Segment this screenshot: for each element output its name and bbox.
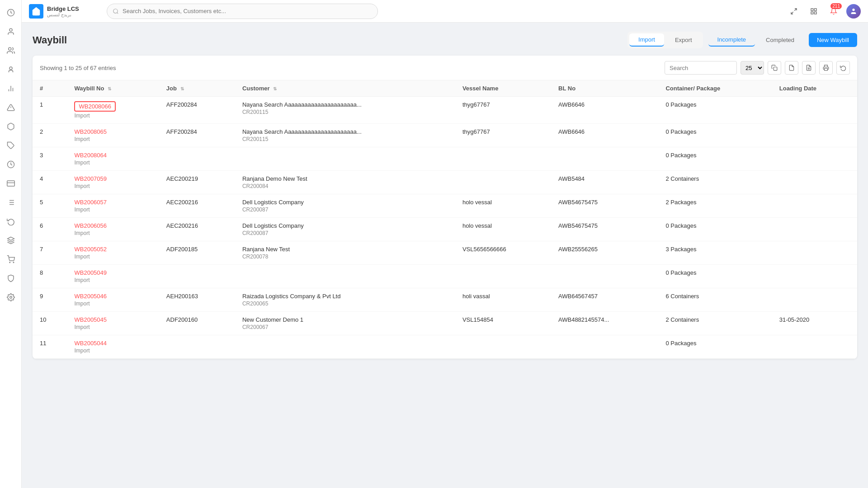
refresh-button[interactable] bbox=[836, 61, 850, 75]
table-row[interactable]: 8 WB2005049 Import 0 Packages bbox=[33, 265, 857, 288]
customer-id: CR200065 bbox=[242, 300, 448, 307]
waybill-link[interactable]: WB2008066 bbox=[79, 103, 111, 110]
cell-waybill: WB2005045 Import bbox=[67, 312, 159, 335]
svg-point-1 bbox=[9, 28, 12, 31]
tab-incomplete[interactable]: Incomplete bbox=[708, 33, 755, 47]
cell-bl: AWB5484 bbox=[551, 171, 658, 194]
table-row[interactable]: 5 WB2006057 Import AEC200216 Dell Logist… bbox=[33, 194, 857, 218]
cell-bl: AWB6646 bbox=[551, 124, 658, 147]
sidebar-item-box[interactable] bbox=[3, 118, 19, 135]
fullscreen-icon[interactable] bbox=[787, 4, 801, 19]
waybill-type: Import bbox=[74, 113, 151, 119]
excel-button[interactable] bbox=[785, 61, 798, 75]
cell-vessel bbox=[455, 265, 551, 288]
cell-waybill: WB2005049 Import bbox=[67, 265, 159, 288]
cell-container: 0 Packages bbox=[658, 147, 772, 171]
sidebar-item-users[interactable] bbox=[3, 42, 19, 59]
waybill-link[interactable]: WB2005049 bbox=[74, 269, 107, 276]
waybill-type: Import bbox=[74, 136, 151, 142]
waybill-type: Import bbox=[74, 206, 151, 213]
sidebar-item-card[interactable] bbox=[3, 175, 19, 192]
customer-id: CR200067 bbox=[242, 324, 448, 330]
app-subtitle: بريدج لنسس bbox=[47, 12, 79, 17]
waybill-link[interactable]: WB2005045 bbox=[74, 316, 107, 323]
cell-loading-date bbox=[772, 171, 857, 194]
tab-export[interactable]: Export bbox=[666, 33, 701, 47]
sidebar-item-user[interactable] bbox=[3, 23, 19, 40]
sidebar-item-person[interactable] bbox=[3, 61, 19, 78]
notification-icon[interactable]: 211 bbox=[826, 4, 841, 19]
customer-id: CR200084 bbox=[242, 183, 448, 189]
cell-loading-date bbox=[772, 147, 857, 171]
sidebar-item-alert[interactable] bbox=[3, 99, 19, 116]
waybill-link[interactable]: WB2005044 bbox=[74, 340, 107, 347]
waybill-link[interactable]: WB2005046 bbox=[74, 293, 107, 300]
new-waybill-button[interactable]: New Waybill bbox=[809, 33, 857, 47]
cell-num: 3 bbox=[33, 147, 67, 171]
cell-waybill: WB2008066 Import bbox=[67, 97, 159, 124]
tab-import[interactable]: Import bbox=[629, 33, 664, 47]
table-row[interactable]: 4 WB2007059 Import AEC200219 Ranjana Dem… bbox=[33, 171, 857, 194]
table-row[interactable]: 1 WB2008066 Import AFF200284 Nayana Sear… bbox=[33, 97, 857, 124]
cell-vessel bbox=[455, 171, 551, 194]
table-row[interactable]: 6 WB2006056 Import AEC200216 Dell Logist… bbox=[33, 218, 857, 241]
cell-vessel bbox=[455, 147, 551, 171]
waybill-link[interactable]: WB2008064 bbox=[74, 152, 107, 159]
cell-num: 8 bbox=[33, 265, 67, 288]
cell-waybill: WB2005044 Import bbox=[67, 335, 159, 359]
sidebar-item-shield[interactable] bbox=[3, 270, 19, 286]
cell-waybill: WB2005052 Import bbox=[67, 241, 159, 265]
sidebar-item-cube[interactable] bbox=[3, 232, 19, 249]
sidebar-item-refresh[interactable] bbox=[3, 213, 19, 230]
waybill-link[interactable]: WB2005052 bbox=[74, 246, 107, 253]
sidebar-item-cart[interactable] bbox=[3, 251, 19, 267]
table-row[interactable]: 2 WB2008065 Import AFF200284 Nayana Sear… bbox=[33, 124, 857, 147]
svg-line-24 bbox=[117, 12, 118, 14]
cell-num: 2 bbox=[33, 124, 67, 147]
pdf-button[interactable] bbox=[802, 61, 816, 75]
grid-icon[interactable] bbox=[807, 4, 821, 19]
sidebar-item-list[interactable] bbox=[3, 194, 19, 211]
sidebar-item-settings[interactable] bbox=[3, 289, 19, 305]
global-search-bar[interactable] bbox=[107, 4, 378, 19]
waybill-link[interactable]: WB2007059 bbox=[74, 175, 107, 182]
global-search-input[interactable] bbox=[123, 8, 372, 14]
cell-waybill: WB2007059 Import bbox=[67, 171, 159, 194]
table-row[interactable]: 7 WB2005052 Import ADF200185 Ranjana New… bbox=[33, 241, 857, 265]
tab-completed[interactable]: Completed bbox=[757, 33, 803, 47]
sidebar bbox=[0, 0, 22, 488]
copy-button[interactable] bbox=[768, 61, 781, 75]
col-vessel: Vessel Name bbox=[455, 80, 551, 97]
cell-vessel: thyg67767 bbox=[455, 97, 551, 124]
customer-name: New Customer Demo 1 bbox=[242, 316, 448, 323]
cell-customer bbox=[235, 335, 455, 359]
page-size-select[interactable]: 25 50 100 bbox=[741, 61, 764, 75]
table-row[interactable]: 11 WB2005044 Import 0 Packages bbox=[33, 335, 857, 359]
sidebar-item-clock[interactable] bbox=[3, 5, 19, 21]
sidebar-item-tag[interactable] bbox=[3, 137, 19, 154]
cell-job: AEC200216 bbox=[159, 194, 235, 218]
sidebar-item-chart[interactable] bbox=[3, 80, 19, 97]
sidebar-item-time[interactable] bbox=[3, 156, 19, 173]
customer-name: Nayana Search Aaaaaaaaaaaaaaaaaaaaaa... bbox=[242, 128, 448, 135]
cell-customer: Dell Logistics CompanyCR200087 bbox=[235, 218, 455, 241]
print-button[interactable] bbox=[819, 61, 833, 75]
waybill-type: Import bbox=[74, 230, 151, 236]
waybill-link[interactable]: WB2006057 bbox=[74, 199, 107, 206]
user-avatar[interactable] bbox=[846, 4, 861, 19]
waybill-link[interactable]: WB2006056 bbox=[74, 222, 107, 229]
table-row[interactable]: 9 WB2005046 Import AEH200163 Raizada Log… bbox=[33, 288, 857, 312]
table-row[interactable]: 10 WB2005045 Import ADF200160 New Custom… bbox=[33, 312, 857, 335]
header-right: Import Export Incomplete Completed New W… bbox=[627, 32, 857, 48]
page-header: Waybill Import Export Incomplete Complet… bbox=[33, 32, 857, 48]
cell-bl: AWB64567457 bbox=[551, 288, 658, 312]
waybill-type: Import bbox=[74, 300, 151, 307]
cell-vessel: holo vessal bbox=[455, 194, 551, 218]
table-row[interactable]: 3 WB2008064 Import 0 Packages bbox=[33, 147, 857, 171]
cell-loading-date bbox=[772, 241, 857, 265]
svg-point-23 bbox=[113, 9, 118, 13]
waybill-link[interactable]: WB2008065 bbox=[74, 128, 107, 135]
table-search-input[interactable] bbox=[665, 61, 737, 75]
cell-customer bbox=[235, 147, 455, 171]
waybill-type: Import bbox=[74, 183, 151, 189]
